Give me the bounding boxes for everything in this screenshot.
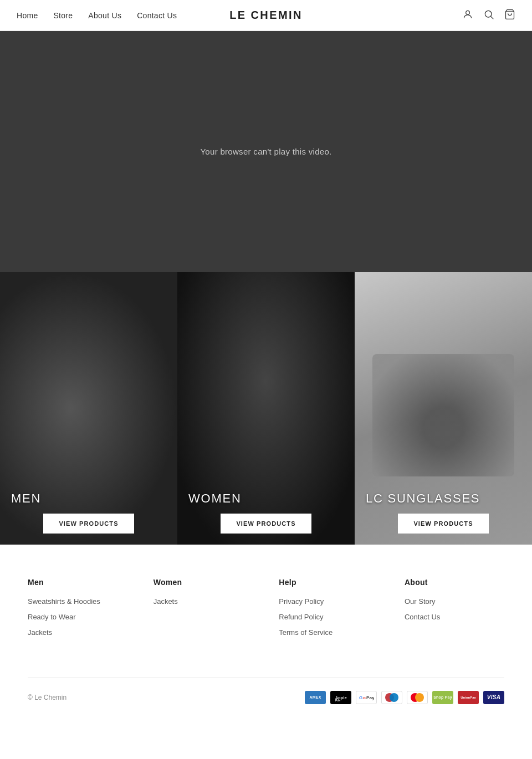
footer-link-our-story[interactable]: Our Story bbox=[405, 597, 504, 607]
footer-help-title: Help bbox=[279, 578, 378, 587]
nav-contact[interactable]: Contact Us bbox=[137, 11, 177, 20]
women-title: WOMEN bbox=[188, 491, 242, 506]
women-view-products-button[interactable]: VIEW PRODUCTS bbox=[221, 514, 311, 534]
maestro-icon bbox=[381, 691, 402, 704]
nav-store[interactable]: Store bbox=[53, 11, 73, 20]
footer: Men Sweatshirts & Hoodies Ready to Wear … bbox=[0, 545, 532, 726]
copyright: © Le Chemin bbox=[28, 694, 66, 701]
footer-col-help: Help Privacy Policy Refund Policy Terms … bbox=[279, 578, 378, 644]
product-card-sunglasses: LC Sunglasses VIEW PRODUCTS bbox=[355, 272, 532, 545]
video-message: Your browser can't play this video. bbox=[200, 147, 331, 156]
apple-pay-icon: Apple Pay bbox=[330, 691, 351, 704]
footer-men-title: Men bbox=[28, 578, 127, 587]
footer-col-about: About Our Story Contact Us bbox=[405, 578, 504, 644]
svg-text:Pay: Pay bbox=[366, 695, 374, 700]
men-view-products-button[interactable]: VIEW PRODUCTS bbox=[43, 514, 134, 534]
svg-text:Pay: Pay bbox=[335, 699, 341, 701]
svg-line-2 bbox=[491, 16, 494, 19]
footer-link-jackets-women[interactable]: Jackets bbox=[154, 597, 253, 607]
sunglasses-view-products-button[interactable]: VIEW PRODUCTS bbox=[398, 514, 488, 534]
svg-text:o: o bbox=[363, 695, 366, 700]
footer-columns: Men Sweatshirts & Hoodies Ready to Wear … bbox=[28, 578, 504, 677]
svg-point-1 bbox=[485, 11, 492, 17]
footer-link-jackets-men[interactable]: Jackets bbox=[28, 628, 127, 638]
nav-left: Home Store About Us Contact Us bbox=[17, 11, 177, 20]
shopify-pay-icon: Shop Pay bbox=[432, 691, 453, 704]
nav-right bbox=[462, 9, 515, 22]
men-title: MEN bbox=[11, 491, 41, 506]
payment-icons: AMEX Apple Pay G o Pay bbox=[305, 691, 504, 704]
footer-link-contact-us[interactable]: Contact Us bbox=[405, 612, 504, 622]
visa-icon: VISA bbox=[483, 691, 504, 704]
product-card-men: MEN VIEW PRODUCTS bbox=[0, 272, 177, 545]
amex-icon: AMEX bbox=[305, 691, 326, 704]
footer-link-refund[interactable]: Refund Policy bbox=[279, 612, 378, 622]
hero-section: Your browser can't play this video. bbox=[0, 31, 532, 272]
footer-about-title: About bbox=[405, 578, 504, 587]
google-pay-icon: G o Pay bbox=[356, 691, 377, 704]
unionpay-icon: UnionPay bbox=[458, 691, 479, 704]
header: Home Store About Us Contact Us LE CHEMIN bbox=[0, 0, 532, 31]
footer-women-title: Women bbox=[154, 578, 253, 587]
footer-link-terms[interactable]: Terms of Service bbox=[279, 628, 378, 638]
footer-bottom: © Le Chemin AMEX Apple Pay G o Pay bbox=[28, 677, 504, 704]
footer-col-men: Men Sweatshirts & Hoodies Ready to Wear … bbox=[28, 578, 127, 644]
footer-link-sweatshirts[interactable]: Sweatshirts & Hoodies bbox=[28, 597, 127, 607]
site-logo[interactable]: LE CHEMIN bbox=[229, 9, 303, 22]
svg-text:G: G bbox=[359, 695, 362, 700]
nav-about[interactable]: About Us bbox=[88, 11, 121, 20]
nav-home[interactable]: Home bbox=[17, 11, 38, 20]
account-icon[interactable] bbox=[462, 9, 473, 22]
footer-link-ready-to-wear[interactable]: Ready to Wear bbox=[28, 612, 127, 622]
sunglasses-title: LC Sunglasses bbox=[366, 491, 480, 506]
product-grid: MEN VIEW PRODUCTS WOMEN VIEW PRODUCTS LC… bbox=[0, 272, 532, 545]
search-icon[interactable] bbox=[483, 9, 494, 22]
product-card-women: WOMEN VIEW PRODUCTS bbox=[177, 272, 355, 545]
mastercard-icon bbox=[407, 691, 428, 704]
footer-col-women: Women Jackets bbox=[154, 578, 253, 644]
footer-link-privacy[interactable]: Privacy Policy bbox=[279, 597, 378, 607]
cart-icon[interactable] bbox=[504, 9, 515, 22]
svg-point-0 bbox=[466, 11, 470, 14]
